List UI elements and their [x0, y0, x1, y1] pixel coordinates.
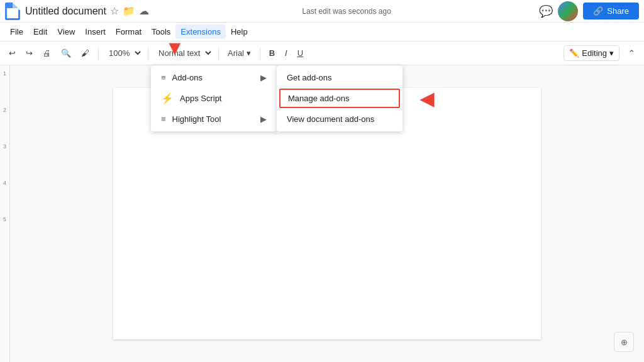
highlight-tool-label: Highlight Tool — [172, 114, 221, 124]
view-document-addons-label: View document add-ons — [287, 114, 374, 124]
expand-button[interactable]: ⌃ — [625, 46, 639, 60]
divider-2 — [148, 47, 148, 60]
highlight-tool-arrow-icon: ▶ — [260, 114, 267, 124]
chevron-down-icon: ▾ — [609, 48, 614, 58]
comment-icon[interactable]: 💬 — [539, 4, 553, 18]
apps-script-label: Apps Script — [180, 94, 221, 103]
addons-sub-menu: Get add-ons Manage add-ons ◀ View docume… — [277, 65, 402, 131]
ruler-mark-4: 4 — [3, 180, 6, 186]
spellcheck-button[interactable]: 🔍 — [57, 46, 75, 60]
last-edit-text: Last edit was seconds ago — [302, 7, 391, 16]
ruler-mark-2: 2 — [3, 107, 6, 113]
apps-script-icon: ⚡ — [161, 92, 174, 104]
avatar[interactable] — [558, 1, 578, 21]
ruler-mark-3: 3 — [3, 143, 6, 150]
bold-button[interactable]: B — [265, 46, 279, 60]
menu-file[interactable]: File — [5, 25, 28, 39]
redo-button[interactable]: ↪ — [22, 46, 36, 60]
header-right: 💬 🔗 Share — [539, 1, 639, 21]
menu-view[interactable]: View — [52, 25, 80, 39]
folder-icon[interactable]: 📁 — [123, 5, 135, 17]
get-addons-label: Get add-ons — [287, 73, 332, 82]
star-icon[interactable]: ☆ — [110, 5, 119, 17]
addons-menu-item[interactable]: ≡ Add-ons ▶ — [151, 68, 277, 87]
doc-title: Untitled document — [25, 6, 106, 17]
red-down-arrow: ▼ — [165, 38, 185, 58]
left-ruler: 1 2 3 4 5 — [0, 65, 10, 362]
addons-label: Add-ons — [172, 73, 203, 82]
italic-button[interactable]: I — [281, 46, 291, 60]
zoom-select[interactable]: 100% 75% 50% 150% — [104, 47, 143, 60]
menu-bar: File Edit View Insert Format Tools Exten… — [0, 23, 644, 41]
cloud-icon[interactable]: ☁ — [139, 5, 149, 17]
font-button[interactable]: Arial ▾ — [224, 46, 255, 60]
title-bar: Untitled document ☆ 📁 ☁ Last edit was se… — [0, 0, 644, 23]
title-icons: ☆ 📁 ☁ — [110, 5, 149, 17]
manage-addons-label: Manage add-ons — [288, 94, 350, 103]
addons-arrow-icon: ▶ — [260, 73, 267, 82]
divider-3 — [218, 47, 219, 60]
red-left-arrow: ◀ — [420, 88, 434, 109]
highlight-tool-icon: ≡ — [161, 114, 166, 124]
print-button[interactable]: 🖨 — [39, 46, 55, 60]
addons-icon: ≡ — [161, 73, 166, 82]
manage-addons-item[interactable]: Manage add-ons ◀ — [279, 89, 400, 108]
apps-script-menu-item[interactable]: ⚡ Apps Script — [151, 87, 277, 109]
ext-menu: ≡ Add-ons ▶ ⚡ Apps Script ≡ Highlight To… — [151, 65, 277, 131]
divider-4 — [260, 47, 260, 60]
ruler-mark-5: 5 — [3, 216, 6, 222]
menu-help[interactable]: Help — [226, 25, 253, 39]
undo-button[interactable]: ↩ — [5, 46, 19, 60]
get-addons-item[interactable]: Get add-ons — [277, 68, 402, 87]
toolbar: ↩ ↪ 🖨 🔍 🖌 100% 75% 50% 150% Normal text … — [0, 41, 644, 65]
doc-icon — [5, 3, 20, 20]
pencil-icon: ✏️ — [569, 48, 579, 58]
menu-edit[interactable]: Edit — [28, 25, 52, 39]
expand-doc-icon[interactable]: ⊕ — [614, 332, 634, 352]
divider-1 — [98, 47, 99, 60]
share-icon: 🔗 — [593, 6, 603, 16]
editing-badge[interactable]: ✏️ Editing ▾ — [564, 45, 619, 61]
highlight-tool-menu-item[interactable]: ≡ Highlight Tool ▶ — [151, 109, 277, 129]
share-button[interactable]: 🔗 Share — [583, 3, 639, 19]
menu-format[interactable]: Format — [111, 25, 147, 39]
ruler-mark-1: 1 — [3, 70, 6, 77]
underline-button[interactable]: U — [294, 46, 307, 60]
view-document-addons-item[interactable]: View document add-ons — [277, 109, 402, 129]
content-area: 1 2 3 4 5 Type @ to insert ⊕ ▼ ≡ Add-ons… — [0, 65, 644, 362]
menu-insert[interactable]: Insert — [80, 25, 111, 39]
paint-format-button[interactable]: 🖌 — [77, 46, 93, 60]
